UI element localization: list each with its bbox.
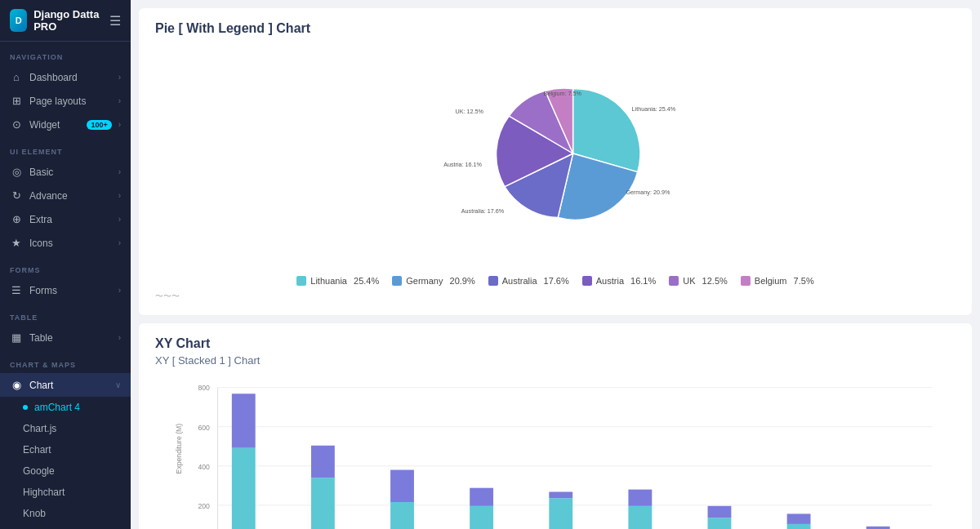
chevron-right-icon: › xyxy=(118,120,121,129)
chevron-right-icon: › xyxy=(118,73,121,82)
table-section-label: TABLE xyxy=(0,302,131,326)
chevron-right-icon: › xyxy=(118,215,121,224)
bar xyxy=(232,448,256,529)
sidebar-item-widget[interactable]: ⊙ Widget 100+ › xyxy=(0,113,131,136)
pie-chart-title: Pie [ With Legend ] Chart xyxy=(155,21,956,36)
bar xyxy=(311,478,335,529)
chevron-right-icon: › xyxy=(118,286,121,295)
bar xyxy=(787,513,811,524)
sidebar: D Django Datta PRO ☰ NAVIGATION ⌂ Dashbo… xyxy=(0,0,131,529)
sidebar-item-chart[interactable]: ◉ Chart ∨ xyxy=(0,373,131,397)
sidebar-sub-morris[interactable]: Morris xyxy=(0,524,131,529)
pie-legend: Lithuania 25.4% Germany 20.9% Australia … xyxy=(296,276,813,286)
svg-text:600: 600 xyxy=(198,424,211,432)
forms-icon: ☰ xyxy=(10,284,23,296)
legend-color-australia xyxy=(488,276,498,286)
app-logo: D xyxy=(10,9,27,32)
legend-color-germany xyxy=(392,276,402,286)
svg-text:Lithuania: 25.4%: Lithuania: 25.4% xyxy=(632,105,676,113)
icons-icon: ★ xyxy=(10,237,23,249)
mini-line-decoration: 〜〜〜 xyxy=(155,291,180,302)
sidebar-item-page-layouts[interactable]: ⊞ Page layouts › xyxy=(0,89,131,113)
legend-color-belgium xyxy=(741,276,751,286)
legend-item-belgium: Belgium 7.5% xyxy=(741,276,814,286)
xy-chart-subtitle: XY [ Stacked 1 ] Chart xyxy=(155,354,956,367)
sidebar-item-forms[interactable]: ☰ Forms › xyxy=(0,278,131,302)
legend-item-australia: Australia 17.6% xyxy=(488,276,569,286)
xy-chart-section: XY Chart XY [ Stacked 1 ] Chart 800 600 … xyxy=(139,323,972,529)
sidebar-sub-google[interactable]: Google xyxy=(0,460,131,482)
legend-item-lithuania: Lithuania 25.4% xyxy=(296,276,379,286)
svg-text:Expenditure (M): Expenditure (M) xyxy=(175,424,183,474)
sidebar-sub-knob[interactable]: Knob xyxy=(0,503,131,524)
xy-chart-wrap: 800 600 400 200 0 Expenditure (M) Lithua… xyxy=(155,380,956,529)
svg-text:400: 400 xyxy=(198,463,211,471)
ui-section-label: UI ELEMENT xyxy=(0,136,131,160)
bar xyxy=(787,524,811,529)
svg-text:Austria: 16.1%: Austria: 16.1% xyxy=(443,161,482,168)
sidebar-sub-amchart4[interactable]: amChart 4 xyxy=(0,397,131,418)
legend-color-uk xyxy=(669,276,679,286)
advance-icon: ↻ xyxy=(10,189,23,202)
svg-text:UK: 12.5%: UK: 12.5% xyxy=(456,108,484,115)
chart-icon: ◉ xyxy=(10,379,23,391)
bar xyxy=(549,498,572,529)
main-content: Pie [ With Legend ] Chart Lithua xyxy=(131,0,980,529)
sidebar-sub-echart[interactable]: Echart xyxy=(0,439,131,460)
active-dot xyxy=(23,405,28,410)
sidebar-sub-chartjs[interactable]: Chart.js xyxy=(0,418,131,439)
chevron-right-icon: › xyxy=(118,191,121,200)
xy-chart-svg: 800 600 400 200 0 Expenditure (M) Lithua… xyxy=(155,380,956,529)
sidebar-item-basic[interactable]: ◎ Basic › xyxy=(0,160,131,184)
bar xyxy=(628,490,652,506)
svg-text:Germany: 20.9%: Germany: 20.9% xyxy=(626,189,670,196)
sidebar-item-icons[interactable]: ★ Icons › xyxy=(0,231,131,255)
legend-color-austria xyxy=(582,276,592,286)
page-layouts-icon: ⊞ xyxy=(10,95,23,107)
nav-section-label: NAVIGATION xyxy=(0,42,131,65)
svg-text:Australia: 17.6%: Australia: 17.6% xyxy=(461,207,505,215)
bar xyxy=(470,488,493,506)
chevron-right-icon: › xyxy=(118,167,121,176)
chevron-down-icon: ∨ xyxy=(115,380,121,389)
widget-badge: 100+ xyxy=(87,120,111,130)
bar xyxy=(549,492,572,499)
widget-icon: ⊙ xyxy=(10,118,23,131)
chart-section-label: CHART & MAPS xyxy=(0,349,131,373)
svg-text:800: 800 xyxy=(198,384,211,392)
bar xyxy=(390,470,414,502)
pie-chart-section: Pie [ With Legend ] Chart Lithua xyxy=(139,8,972,315)
pie-chart-svg: Lithuania: 25.4% Germany: 20.9% Australi… xyxy=(408,39,702,268)
dashboard-icon: ⌂ xyxy=(10,71,23,83)
chevron-right-icon: › xyxy=(118,333,121,342)
forms-section-label: FORMS xyxy=(0,255,131,278)
svg-text:Belgium: 7.5%: Belgium: 7.5% xyxy=(544,90,582,97)
chevron-right-icon: › xyxy=(118,238,121,247)
menu-toggle-icon[interactable]: ☰ xyxy=(109,13,121,29)
svg-text:200: 200 xyxy=(198,502,211,510)
bar xyxy=(708,518,732,529)
xy-chart-title: XY Chart xyxy=(155,336,956,351)
pie-chart-container: Lithuania: 25.4% Germany: 20.9% Australi… xyxy=(155,39,956,286)
bar xyxy=(232,393,256,447)
bar xyxy=(311,446,335,478)
app-title: Django Datta PRO xyxy=(33,8,103,33)
legend-item-uk: UK 12.5% xyxy=(669,276,728,286)
legend-item-austria: Austria 16.1% xyxy=(582,276,657,286)
basic-icon: ◎ xyxy=(10,166,23,178)
sidebar-item-dashboard[interactable]: ⌂ Dashboard › xyxy=(0,65,131,89)
legend-color-lithuania xyxy=(296,276,306,286)
bar xyxy=(470,506,493,529)
sidebar-item-table[interactable]: ▦ Table › xyxy=(0,326,131,349)
sidebar-header: D Django Datta PRO ☰ xyxy=(0,0,131,42)
sidebar-item-advance[interactable]: ↻ Advance › xyxy=(0,184,131,207)
bar xyxy=(708,506,732,518)
table-icon: ▦ xyxy=(10,331,23,344)
sidebar-item-extra[interactable]: ⊕ Extra › xyxy=(0,207,131,231)
sidebar-sub-highchart[interactable]: Highchart xyxy=(0,482,131,503)
legend-item-germany: Germany 20.9% xyxy=(392,276,475,286)
pie-section-footer: 〜〜〜 xyxy=(155,286,956,302)
chevron-right-icon: › xyxy=(118,96,121,105)
bar xyxy=(628,506,652,529)
extra-icon: ⊕ xyxy=(10,213,23,225)
